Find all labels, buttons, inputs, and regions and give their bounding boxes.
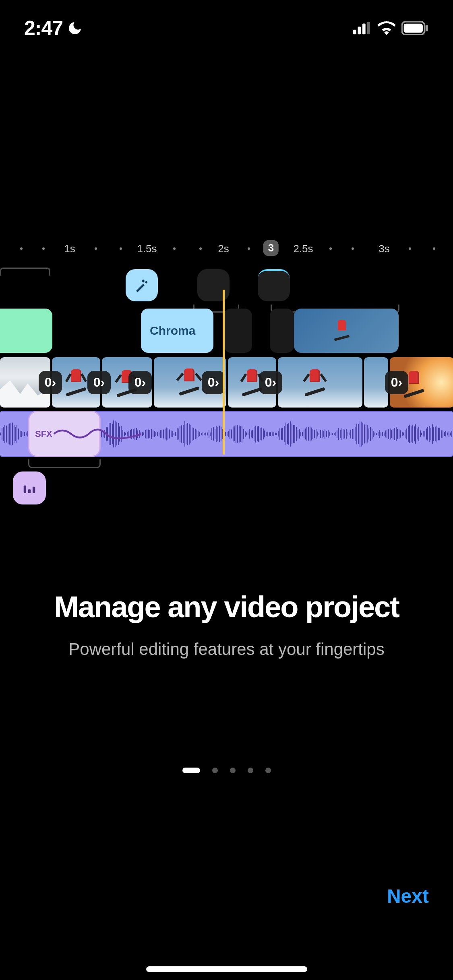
timeline-playhead[interactable] [223,290,225,455]
home-indicator[interactable] [146,966,307,972]
page-dot[interactable] [248,768,253,773]
effect-slot[interactable] [258,269,290,301]
onboarding-subtitle: Powerful editing features at your finger… [24,640,429,659]
svg-rect-6 [426,25,428,31]
equalizer-icon [22,480,37,496]
overlay-clip-chroma[interactable]: Chroma [141,309,213,353]
overlay-clip-green[interactable] [0,309,52,353]
transition-marker[interactable]: 0› [385,371,408,394]
timeline-ruler[interactable]: 1s 1.5s 2s 3 2.5s 3s [0,247,453,264]
battery-icon [401,21,429,35]
magic-effect-bubble[interactable] [126,269,158,301]
page-dot[interactable] [230,768,236,773]
transition-marker[interactable]: 0› [128,371,152,394]
moon-icon [67,20,83,36]
page-indicator[interactable] [0,768,453,773]
ruler-frame-badge: 3 [263,240,279,256]
audio-track[interactable]: SFX [0,411,453,457]
overlay-clip-video[interactable] [294,309,399,353]
video-frame[interactable] [364,357,388,408]
sfx-clip-label: SFX [35,429,52,439]
svg-rect-1 [358,27,361,34]
svg-rect-7 [24,486,26,493]
equalizer-bubble[interactable] [13,471,46,504]
overlay-clip-empty[interactable] [270,309,294,353]
status-bar: 2:47 [0,0,453,56]
svg-rect-5 [404,24,423,33]
sfx-clip[interactable]: SFX [28,411,101,457]
wifi-icon [377,21,396,35]
ruler-label: 1s [64,243,75,255]
overlay-track[interactable]: Chroma [0,309,453,355]
overlay-clip-empty[interactable] [224,309,252,353]
status-time: 2:47 [24,16,63,40]
ruler-label: 2s [218,243,229,255]
svg-rect-2 [362,24,366,35]
cellular-icon [353,21,372,35]
page-dot[interactable] [212,768,218,773]
transition-marker[interactable]: 0› [202,371,225,394]
transition-marker[interactable]: 0› [259,371,282,394]
ruler-label: 3s [379,243,389,255]
svg-rect-8 [28,489,31,493]
svg-rect-0 [353,30,356,34]
transition-marker[interactable]: 0› [87,371,111,394]
transition-marker[interactable]: 0› [39,371,62,394]
magic-wand-icon [133,277,150,294]
onboarding-title: Manage any video project [24,591,429,623]
onboarding-panel: Manage any video project Powerful editin… [0,591,453,659]
ruler-label: 1.5s [137,243,157,255]
next-button[interactable]: Next [387,885,429,907]
video-track[interactable]: 0› 0› 0› 0› 0› 0› [0,357,453,408]
svg-rect-3 [367,22,370,35]
page-dot[interactable] [265,768,271,773]
ruler-label: 2.5s [293,243,313,255]
page-dot[interactable] [182,768,200,773]
timeline[interactable]: 1s 1.5s 2s 3 2.5s 3s [0,247,453,512]
overlay-clip-label: Chroma [150,324,195,338]
video-frame[interactable] [278,357,362,408]
svg-rect-9 [33,487,35,493]
effect-slot[interactable] [197,269,230,301]
